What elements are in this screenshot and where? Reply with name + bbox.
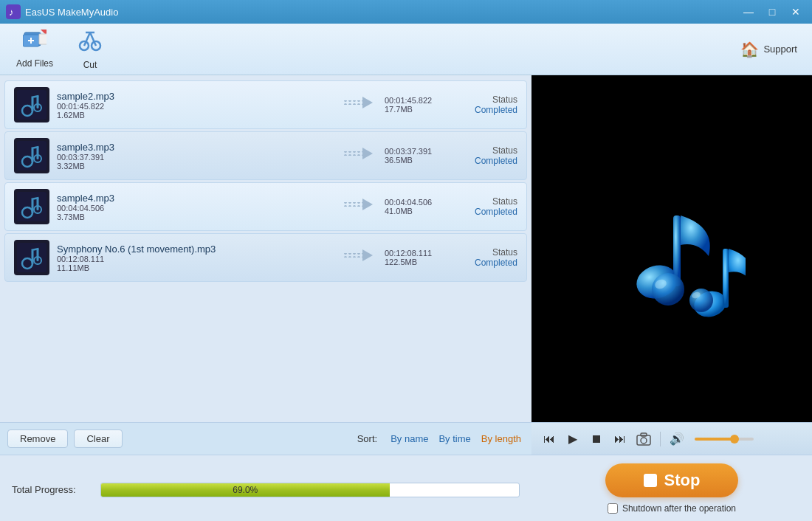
stop-button[interactable]: Stop [605,463,738,497]
svg-rect-25 [32,148,34,162]
output-size: 122.5MB [385,258,458,266]
music-icon-container [598,175,746,322]
support-button[interactable]: 🏠 Support [733,36,805,63]
file-info: sample2.mp3 00:01:45.822 1.62MB [57,91,331,120]
sort-option-by-time[interactable]: By time [436,432,473,446]
cut-icon [78,28,102,57]
stop-icon [644,474,657,487]
maximize-button[interactable]: □ [762,4,782,19]
skip-back-button[interactable]: ⏮ [540,430,558,448]
close-button[interactable]: ✕ [785,4,806,19]
stop-player-button[interactable]: ⏹ [588,430,605,448]
file-name: Symphony No.6 (1st movement).mp3 [57,244,331,255]
arrow-icon [343,196,373,218]
progress-label: Total Progress: [12,484,93,495]
volume-slider[interactable] [695,438,754,441]
file-list-area: sample2.mp3 00:01:45.822 1.62MB 00:01:45… [0,75,531,521]
output-duration: 00:12:08.111 [385,249,458,258]
arrow-icon [343,246,373,269]
file-info: Symphony No.6 (1st movement).mp3 00:12:0… [57,244,331,272]
file-name: sample4.mp3 [57,193,331,204]
file-duration: 00:12:08.111 [57,255,331,263]
svg-marker-30 [362,148,373,159]
file-name: sample2.mp3 [57,91,331,102]
bottom-controls: Remove Clear Sort: By nameBy timeBy leng… [0,422,531,455]
svg-marker-21 [362,97,373,108]
status-value: Completed [458,207,517,217]
file-output: 00:12:08.111 122.5MB [385,249,458,266]
screenshot-button[interactable] [635,430,653,448]
music-icon [598,175,746,322]
player-divider [660,432,661,446]
progress-row: Total Progress: 69.0% [12,483,520,497]
file-row[interactable]: sample4.mp3 00:04:04.506 3.73MB 00:04:04… [4,182,527,231]
progress-bar-fill: 69.0% [101,483,390,497]
skip-forward-button[interactable]: ⏭ [611,430,629,448]
cut-label: Cut [83,60,97,70]
output-size: 41.0MB [385,207,458,215]
app-logo: ♪ [6,4,21,19]
output-duration: 00:01:45.822 [385,96,458,105]
svg-rect-38 [343,202,364,207]
svg-point-54 [689,289,713,312]
app-title: EasUS MakeMyAudio [25,7,738,18]
toolbar: Add Files Cut 🏠 Support [0,24,812,75]
file-status: Status Completed [458,196,517,217]
window-controls: — □ ✕ [738,4,806,19]
support-label: Support [763,44,797,55]
file-size: 1.62MB [57,111,331,120]
cut-button[interactable]: Cut [68,24,112,75]
shutdown-checkbox[interactable] [608,503,618,514]
add-files-button[interactable]: Add Files [7,25,62,73]
sort-option-by-length[interactable]: By length [478,432,524,446]
remove-button[interactable]: Remove [7,429,68,448]
output-size: 36.5MB [385,156,458,165]
status-label: Status [458,94,517,105]
minimize-button[interactable]: — [738,4,759,19]
svg-rect-43 [32,250,34,264]
file-size: 11.11MB [57,263,331,272]
shutdown-label: Shutdown after the operation [622,503,736,514]
add-files-icon [23,30,47,55]
output-size: 17.7MB [385,105,458,114]
titlebar: ♪ EasUS MakeMyAudio — □ ✕ [0,0,812,24]
file-size: 3.32MB [57,162,331,170]
file-duration: 00:04:04.506 [57,204,331,213]
svg-rect-35 [37,198,39,210]
file-row[interactable]: Symphony No.6 (1st movement).mp3 00:12:0… [4,233,527,282]
stop-label: Stop [664,471,701,490]
svg-rect-26 [37,147,39,159]
svg-point-53 [652,273,684,306]
support-icon: 🏠 [740,41,759,58]
status-label: Status [458,145,517,156]
svg-rect-7 [39,34,47,44]
svg-rect-17 [37,96,39,108]
file-name: sample3.mp3 [57,142,331,153]
sort-option-by-name[interactable]: By name [388,432,431,446]
main-area: sample2.mp3 00:01:45.822 1.62MB 00:01:45… [0,75,812,521]
output-duration: 00:03:37.391 [385,147,458,156]
file-thumb [14,189,49,224]
progress-bar-container: 69.0% [100,483,520,497]
stop-area: Stop Shutdown after the operation [531,455,812,521]
svg-rect-47 [343,253,364,258]
status-label: Status [458,196,517,207]
file-thumb [14,87,49,123]
play-button[interactable]: ▶ [564,430,582,448]
file-info: sample4.mp3 00:04:04.506 3.73MB [57,193,331,221]
file-row[interactable]: sample2.mp3 00:01:45.822 1.62MB 00:01:45… [4,80,527,129]
status-value: Completed [458,105,517,115]
sort-label: Sort: [357,433,377,444]
clear-button[interactable]: Clear [74,429,122,448]
preview-area [531,75,812,422]
file-thumb [14,138,49,173]
add-files-label: Add Files [16,58,53,69]
file-output: 00:03:37.391 36.5MB [385,147,458,165]
file-status: Status Completed [458,94,517,115]
progress-section: Total Progress: 69.0% [0,455,531,521]
status-label: Status [458,247,517,258]
file-output: 00:01:45.822 17.7MB [385,96,458,114]
file-row[interactable]: sample3.mp3 00:03:37.391 3.32MB 00:03:37… [4,131,527,180]
svg-rect-34 [32,199,34,213]
volume-icon: 🔊 [668,430,686,448]
